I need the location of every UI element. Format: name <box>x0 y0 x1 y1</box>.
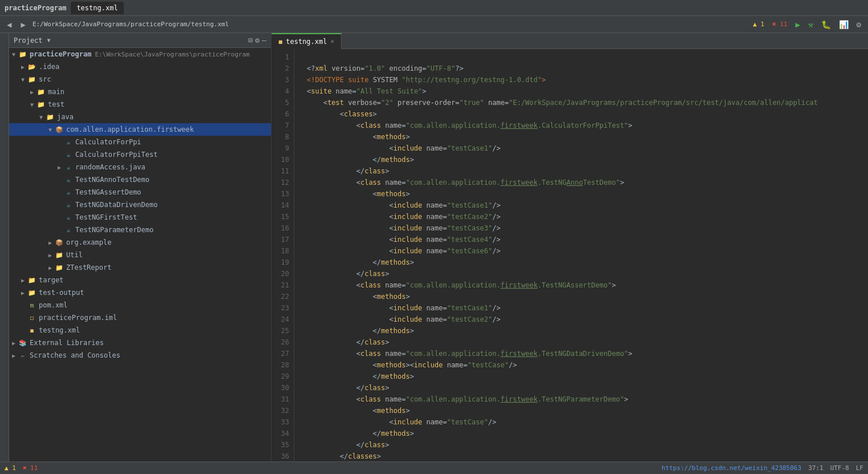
tree-label: TestNGParameterDemo <box>75 226 153 234</box>
java-file-icon: ☕ <box>64 163 73 172</box>
expand-arrow: ▶ <box>9 340 18 346</box>
gutter-line <box>294 131 302 143</box>
tree-item[interactable]: ▶ 📁 main <box>9 86 271 98</box>
folder-icon: 📁 <box>18 50 27 59</box>
sidebar-dropdown-icon[interactable]: ▼ <box>47 37 51 43</box>
status-position: 37:1 <box>808 464 824 472</box>
gutter-line <box>294 302 302 314</box>
tree-item[interactable]: ▶ 📂 .idea <box>9 60 271 73</box>
line-num: 23 <box>271 302 294 314</box>
tree-item[interactable]: m pom.xml <box>9 299 271 311</box>
tree-label: randomAccess.java <box>75 163 145 171</box>
tree-item[interactable]: ▼ 📦 com.allen.application.firstweek <box>9 123 271 136</box>
tree-label: TestNGDataDrivenDemo <box>75 201 158 209</box>
tree-item[interactable]: ▼ 📁 src <box>9 73 271 86</box>
line-num: 15 <box>271 211 294 222</box>
tree-item[interactable]: ▼ 📁 test <box>9 98 271 111</box>
tree-item[interactable]: ▼ 📁 java <box>9 111 271 123</box>
status-encoding: UTF-8 <box>830 464 849 472</box>
forward-button[interactable]: ▶ <box>18 19 27 30</box>
java-file-icon: ☕ <box>64 213 73 222</box>
tree-label: com.allen.application.firstweek <box>66 125 194 133</box>
project-sidebar: Project ▼ ⊟ ⚙ — ▼ 📁 practiceProgram E:\W… <box>9 33 271 461</box>
gutter-line <box>294 74 302 86</box>
gutter-line <box>294 314 302 325</box>
tree-item[interactable]: ☕ TestNGAssertDemo <box>9 186 271 198</box>
tree-item[interactable]: ▶ 📦 org.example <box>9 236 271 249</box>
tree-label: testng.xml <box>39 326 80 334</box>
debug-button[interactable]: 🐛 <box>819 19 833 30</box>
tree-item[interactable]: ☕ CalculatorForPpi <box>9 136 271 148</box>
gutter-line <box>294 108 302 120</box>
tree-item[interactable]: ◼ testng.xml <box>9 324 271 337</box>
code-editor[interactable]: <?xml version="1.0" encoding="UTF-8"?> <… <box>302 49 868 461</box>
gutter-line <box>294 325 302 337</box>
line-num: 12 <box>271 177 294 188</box>
tree-item[interactable]: ▶ 📁 test-output <box>9 286 271 299</box>
tree-label: CalculatorForPpiTest <box>75 151 158 159</box>
editor-gutter <box>294 49 302 461</box>
build-button[interactable]: ⚒ <box>806 19 815 30</box>
line-num: 7 <box>271 120 294 131</box>
app-title: practiceProgram <box>5 4 66 12</box>
profile-button[interactable]: 📊 <box>837 19 851 30</box>
title-bar: practiceProgram testng.xml <box>0 0 868 16</box>
expand-arrow: ▶ <box>18 290 27 296</box>
tree-item[interactable]: ▼ 📁 practiceProgram E:\WorkSpace\JavaPro… <box>9 48 271 60</box>
package-icon: 📦 <box>55 238 64 247</box>
tree-item[interactable]: ☕ CalculatorForPpiTest <box>9 148 271 161</box>
expand-arrow: ▼ <box>27 102 36 108</box>
tree-item[interactable]: ▶ 📁 Util <box>9 249 271 261</box>
line-num: 32 <box>271 405 294 416</box>
status-link[interactable]: https://blog.csdn.net/weixin_42385863 <box>662 464 801 472</box>
gutter-line <box>294 279 302 291</box>
line-numbers: 1 2 3 4 5 6 7 8 9 10 11 12 13 14 15 16 1… <box>271 49 294 461</box>
line-num: 2 <box>271 63 294 74</box>
tree-item[interactable]: ☕ TestNGParameterDemo <box>9 224 271 236</box>
expand-arrow: ▶ <box>46 265 55 271</box>
main-content: Project ▼ ⊟ ⚙ — ▼ 📁 practiceProgram E:\W… <box>0 33 868 461</box>
tree-item[interactable]: ▶ ✏ Scratches and Consoles <box>9 349 271 362</box>
tree-item[interactable]: ☕ TestNGDataDrivenDemo <box>9 198 271 211</box>
top-toolbar: ◀ ▶ E:/WorkSpace/JavaPrograms/practicePr… <box>0 16 868 33</box>
error-indicator[interactable]: ✖ 11 <box>770 19 790 29</box>
tree-item[interactable]: ◻ practiceProgram.iml <box>9 311 271 324</box>
expand-arrow: ▶ <box>55 164 64 171</box>
expand-arrow: ▶ <box>27 89 36 95</box>
tree-item[interactable]: ▶ 📁 ZTestReport <box>9 261 271 274</box>
settings-button[interactable]: ⚙ <box>854 19 863 30</box>
collapse-all-button[interactable]: ⊟ <box>249 36 253 44</box>
gutter-line <box>294 451 302 461</box>
minimize-icon[interactable]: — <box>262 36 266 44</box>
tree-item[interactable]: ☕ TestNGAnnoTestDemo <box>9 173 271 186</box>
gutter-line <box>294 428 302 439</box>
line-num: 11 <box>271 165 294 177</box>
gutter-line <box>294 291 302 302</box>
tree-item[interactable]: ☕ TestNGFirstTest <box>9 211 271 224</box>
warning-indicator[interactable]: ▲ 1 <box>751 19 766 29</box>
tree-item[interactable]: ▶ 📚 External Libraries <box>9 337 271 349</box>
tab-close-button[interactable]: ✕ <box>330 38 334 45</box>
tree-item[interactable]: ▶ ☕ randomAccess.java <box>9 161 271 173</box>
java-file-icon: ☕ <box>64 175 73 184</box>
line-num: 19 <box>271 257 294 268</box>
gutter-line <box>294 405 302 416</box>
gutter-line <box>294 86 302 97</box>
tree-label: ZTestReport <box>66 264 111 272</box>
folder-icon: 📁 <box>36 87 46 96</box>
settings-icon[interactable]: ⚙ <box>255 36 259 44</box>
back-button[interactable]: ◀ <box>5 19 14 30</box>
status-bar: ▲ 1 ✖ 11 https://blog.csdn.net/weixin_42… <box>0 461 868 474</box>
editor-tab-testng[interactable]: ◼ testng.xml ✕ <box>271 33 342 49</box>
run-button[interactable]: ▶ <box>793 19 802 30</box>
libs-icon: 📚 <box>18 338 27 347</box>
status-warnings: ▲ 1 <box>5 464 16 472</box>
left-vertical-toolbar <box>0 33 9 461</box>
gutter-line <box>294 222 302 234</box>
tree-label: TestNGFirstTest <box>75 213 137 221</box>
title-tab[interactable]: testng.xml <box>71 2 123 14</box>
src-icon: 📁 <box>27 75 36 84</box>
tree-item[interactable]: ▶ 📁 target <box>9 274 271 286</box>
line-num: 29 <box>271 371 294 382</box>
tree-label: practiceProgram.iml <box>39 314 117 322</box>
